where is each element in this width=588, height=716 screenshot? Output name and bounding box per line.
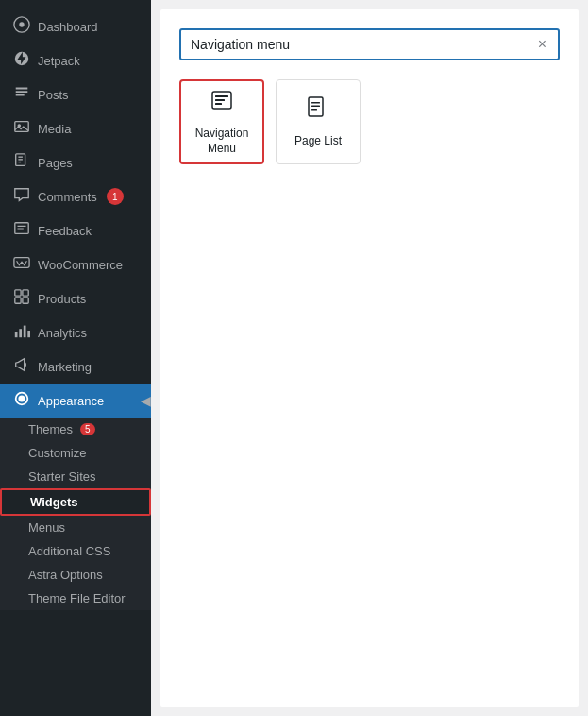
svg-rect-21 xyxy=(215,103,222,105)
sidebar-item-woocommerce[interactable]: WooCommerce xyxy=(0,247,151,281)
submenu-item-theme-file-editor[interactable]: Theme File Editor xyxy=(0,587,151,610)
submenu-label: Astra Options xyxy=(28,568,103,582)
svg-rect-24 xyxy=(311,106,320,108)
block-search-box[interactable]: × xyxy=(179,28,560,60)
marketing-icon xyxy=(13,356,30,377)
sidebar-item-analytics[interactable]: Analytics xyxy=(0,315,151,349)
svg-rect-10 xyxy=(15,290,21,296)
sidebar-item-label: Posts xyxy=(38,88,69,102)
block-page-list[interactable]: Page List xyxy=(276,79,361,164)
svg-rect-20 xyxy=(215,99,225,101)
svg-rect-17 xyxy=(27,331,30,337)
sidebar-item-comments[interactable]: Comments 1 xyxy=(0,179,151,213)
submenu-item-customize[interactable]: Customize xyxy=(0,441,151,465)
woocommerce-icon xyxy=(13,254,30,275)
block-label: Page List xyxy=(294,134,342,149)
sidebar-item-marketing[interactable]: Marketing xyxy=(0,349,151,384)
block-label: Navigation Menu xyxy=(181,127,262,156)
clear-search-button[interactable]: × xyxy=(536,36,548,53)
sidebar-item-appearance[interactable]: Appearance ◀ xyxy=(0,384,151,418)
products-icon xyxy=(13,288,30,309)
main-content: × Navigation Menu xyxy=(151,0,588,716)
submenu-label: Menus xyxy=(28,520,65,535)
sidebar: Dashboard Jetpack Posts Media Pages Comm… xyxy=(0,0,151,716)
svg-rect-13 xyxy=(23,298,28,303)
svg-rect-14 xyxy=(15,332,18,337)
submenu-item-themes[interactable]: Themes 5 xyxy=(0,418,151,441)
sidebar-item-media[interactable]: Media xyxy=(0,111,151,145)
svg-rect-7 xyxy=(18,162,21,162)
blocks-grid: Navigation Menu Page List xyxy=(179,79,560,164)
sidebar-item-pages[interactable]: Pages xyxy=(0,145,151,179)
sidebar-item-label: Marketing xyxy=(38,360,92,374)
sidebar-item-products[interactable]: Products xyxy=(0,281,151,315)
themes-badge: 5 xyxy=(80,423,95,435)
svg-rect-19 xyxy=(215,95,228,97)
submenu-label: Widgets xyxy=(30,495,77,509)
sidebar-item-label: Dashboard xyxy=(38,20,98,34)
sidebar-item-jetpack[interactable]: Jetpack xyxy=(0,43,151,77)
submenu-label: Theme File Editor xyxy=(28,591,126,605)
sidebar-item-feedback[interactable]: Feedback xyxy=(0,213,151,247)
submenu-item-starter-sites[interactable]: Starter Sites xyxy=(0,465,151,488)
submenu-item-astra-options[interactable]: Astra Options xyxy=(0,563,151,587)
block-navigation-menu[interactable]: Navigation Menu xyxy=(179,79,264,164)
appearance-icon xyxy=(13,390,30,411)
comments-badge: 1 xyxy=(107,188,124,205)
page-list-icon xyxy=(305,94,331,127)
appearance-submenu: Themes 5 Customize Starter Sites Widgets… xyxy=(0,418,151,610)
sidebar-item-label: Jetpack xyxy=(38,54,80,68)
submenu-item-additional-css[interactable]: Additional CSS xyxy=(0,539,151,563)
svg-rect-2 xyxy=(15,122,28,132)
sidebar-item-label: Pages xyxy=(38,156,73,170)
svg-rect-15 xyxy=(19,329,22,337)
submenu-item-menus[interactable]: Menus xyxy=(0,516,151,539)
sidebar-item-label: Media xyxy=(38,122,71,136)
svg-rect-23 xyxy=(311,102,320,104)
submenu-label: Themes xyxy=(28,422,73,436)
posts-icon xyxy=(13,84,30,105)
pages-icon xyxy=(13,152,30,173)
svg-rect-5 xyxy=(18,157,23,158)
svg-rect-11 xyxy=(23,290,28,296)
sidebar-item-label: Products xyxy=(38,292,86,306)
sidebar-item-dashboard[interactable]: Dashboard xyxy=(0,9,151,43)
search-input[interactable] xyxy=(191,37,536,52)
sidebar-item-label: Appearance xyxy=(38,394,104,408)
jetpack-icon xyxy=(13,50,30,71)
feedback-icon xyxy=(13,220,30,241)
comments-icon xyxy=(13,186,30,207)
chevron-right-icon: ◀ xyxy=(141,393,151,408)
svg-rect-6 xyxy=(18,159,23,160)
submenu-item-widgets[interactable]: Widgets xyxy=(0,488,151,516)
media-icon xyxy=(13,118,30,139)
dashboard-icon xyxy=(13,16,30,37)
submenu-label: Starter Sites xyxy=(28,469,96,484)
submenu-label: Additional CSS xyxy=(28,544,110,558)
content-panel: × Navigation Menu xyxy=(160,9,579,707)
svg-point-1 xyxy=(19,22,24,26)
sidebar-item-posts[interactable]: Posts xyxy=(0,77,151,111)
submenu-label: Customize xyxy=(28,446,86,460)
svg-rect-16 xyxy=(24,326,26,338)
svg-rect-25 xyxy=(311,109,317,111)
navigation-menu-icon xyxy=(209,87,235,119)
sidebar-item-label: Comments xyxy=(38,190,97,204)
sidebar-item-label: WooCommerce xyxy=(38,258,123,272)
sidebar-item-label: Analytics xyxy=(38,326,87,340)
sidebar-item-label: Feedback xyxy=(38,224,92,238)
analytics-icon xyxy=(13,322,30,343)
svg-rect-12 xyxy=(15,298,21,303)
